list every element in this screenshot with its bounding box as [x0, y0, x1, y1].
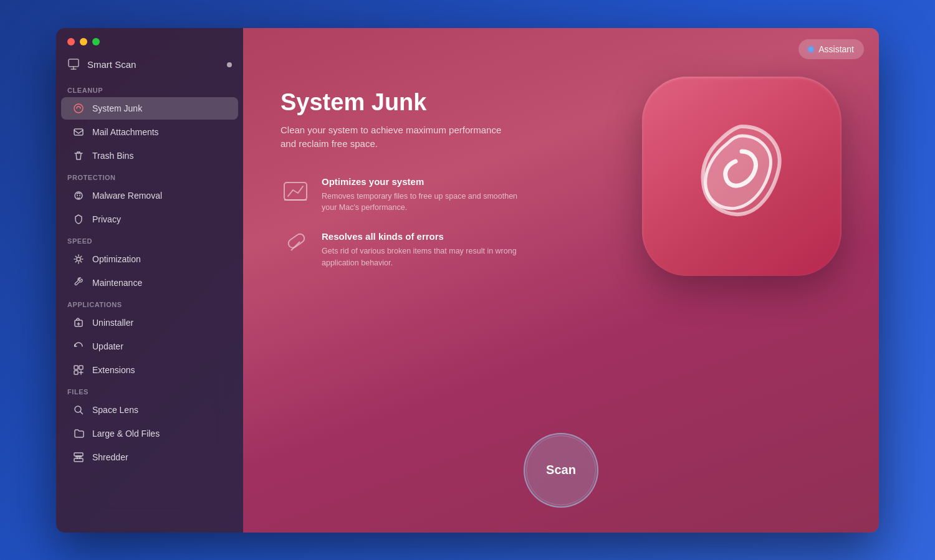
scan-button-area: Scan	[243, 414, 879, 533]
feature-text-resolves: Resolves all kinds of errors Gets rid of…	[322, 231, 534, 269]
sidebar-item-trash-bins[interactable]: Trash Bins	[61, 145, 238, 167]
extensions-label: Extensions	[92, 365, 135, 375]
large-old-files-icon	[72, 427, 85, 440]
main-header: Assistant	[243, 28, 879, 70]
page-description: Clean your system to achieve maximum per…	[280, 123, 517, 151]
sidebar-item-privacy[interactable]: Privacy	[61, 208, 238, 230]
smart-scan-icon	[67, 58, 81, 72]
app-icon-circle	[642, 77, 842, 276]
assistant-label: Assistant	[818, 44, 854, 54]
minimize-button[interactable]	[80, 38, 87, 45]
large-old-files-label: Large & Old Files	[92, 429, 160, 439]
updater-label: Updater	[92, 341, 123, 351]
main-body: System Junk Clean your system to achieve…	[243, 70, 879, 414]
system-junk-label: System Junk	[92, 103, 142, 113]
close-button[interactable]	[67, 38, 75, 45]
space-lens-icon	[72, 404, 85, 416]
smart-scan-dot	[227, 62, 232, 67]
shredder-label: Shredder	[92, 452, 128, 462]
maintenance-label: Maintenance	[92, 278, 142, 288]
sidebar-item-mail-attachments[interactable]: Mail Attachments	[61, 121, 238, 143]
maintenance-icon	[72, 277, 85, 289]
scan-button-label: Scan	[546, 463, 576, 477]
feature-title-resolves: Resolves all kinds of errors	[322, 231, 534, 242]
maximize-button[interactable]	[92, 38, 100, 45]
sidebar-item-shredder[interactable]: Shredder	[61, 446, 238, 468]
section-label-protection: Protection	[56, 168, 243, 184]
malware-removal-icon	[72, 189, 85, 202]
svg-rect-9	[79, 366, 83, 369]
sidebar-item-updater[interactable]: Updater	[61, 335, 238, 358]
sidebar: Smart Scan Cleanup System Junk Mail At	[56, 28, 243, 533]
sidebar-item-maintenance[interactable]: Maintenance	[61, 272, 238, 294]
svg-point-1	[74, 104, 83, 113]
sidebar-item-space-lens[interactable]: Space Lens	[61, 399, 238, 421]
feature-desc-optimizes: Removes temporary files to free up space…	[322, 191, 534, 214]
svg-rect-15	[287, 232, 306, 249]
svg-point-4	[77, 195, 78, 196]
svg-rect-0	[69, 59, 79, 67]
section-label-files: Files	[56, 382, 243, 398]
optimization-label: Optimization	[92, 254, 141, 264]
svg-rect-10	[74, 371, 78, 374]
feature-item-optimizes: Optimizes your system Removes temporary …	[280, 176, 580, 214]
shredder-icon	[72, 451, 85, 463]
mail-attachments-icon	[72, 126, 85, 138]
uninstaller-label: Uninstaller	[92, 318, 133, 328]
privacy-label: Privacy	[92, 214, 121, 224]
app-icon-svg	[679, 114, 804, 239]
sidebar-item-large-old-files[interactable]: Large & Old Files	[61, 422, 238, 445]
feature-desc-resolves: Gets rid of various broken items that ma…	[322, 245, 534, 269]
main-content: Assistant System Junk Clean your system …	[243, 28, 879, 533]
trash-bins-label: Trash Bins	[92, 151, 133, 161]
optimizes-icon	[280, 176, 310, 206]
scan-button[interactable]: Scan	[524, 433, 598, 508]
feature-item-resolves: Resolves all kinds of errors Gets rid of…	[280, 231, 580, 269]
svg-line-16	[291, 242, 300, 250]
section-label-speed: Speed	[56, 231, 243, 247]
section-label-cleanup: Cleanup	[56, 80, 243, 97]
sidebar-item-optimization[interactable]: Optimization	[61, 248, 238, 270]
app-window: Smart Scan Cleanup System Junk Mail At	[56, 28, 879, 533]
content-left: System Junk Clean your system to achieve…	[280, 89, 580, 287]
svg-rect-13	[74, 458, 83, 462]
feature-text-optimizes: Optimizes your system Removes temporary …	[322, 176, 534, 214]
uninstaller-icon	[72, 316, 85, 329]
sidebar-item-uninstaller[interactable]: Uninstaller	[61, 311, 238, 334]
feature-title-optimizes: Optimizes your system	[322, 176, 534, 187]
svg-rect-8	[74, 366, 78, 369]
svg-rect-2	[74, 129, 83, 135]
smart-scan-label: Smart Scan	[87, 59, 221, 70]
assistant-dot	[808, 47, 813, 52]
extensions-icon	[72, 364, 85, 376]
privacy-icon	[72, 213, 85, 225]
app-icon-area	[642, 77, 854, 288]
titlebar	[56, 28, 243, 52]
smart-scan-item[interactable]: Smart Scan	[56, 52, 243, 80]
system-junk-icon	[72, 102, 85, 115]
space-lens-label: Space Lens	[92, 405, 138, 415]
mail-attachments-label: Mail Attachments	[92, 127, 159, 137]
sidebar-item-extensions[interactable]: Extensions	[61, 359, 238, 381]
section-label-applications: Applications	[56, 295, 243, 311]
svg-point-6	[77, 257, 80, 261]
malware-removal-label: Malware Removal	[92, 191, 162, 201]
optimization-icon	[72, 253, 85, 265]
updater-icon	[72, 340, 85, 353]
page-title: System Junk	[280, 89, 580, 116]
sidebar-item-system-junk[interactable]: System Junk	[61, 97, 238, 120]
svg-point-5	[79, 195, 80, 196]
sidebar-item-malware-removal[interactable]: Malware Removal	[61, 184, 238, 207]
resolves-icon	[280, 231, 310, 261]
trash-bins-icon	[72, 149, 85, 162]
assistant-button[interactable]: Assistant	[798, 39, 864, 59]
